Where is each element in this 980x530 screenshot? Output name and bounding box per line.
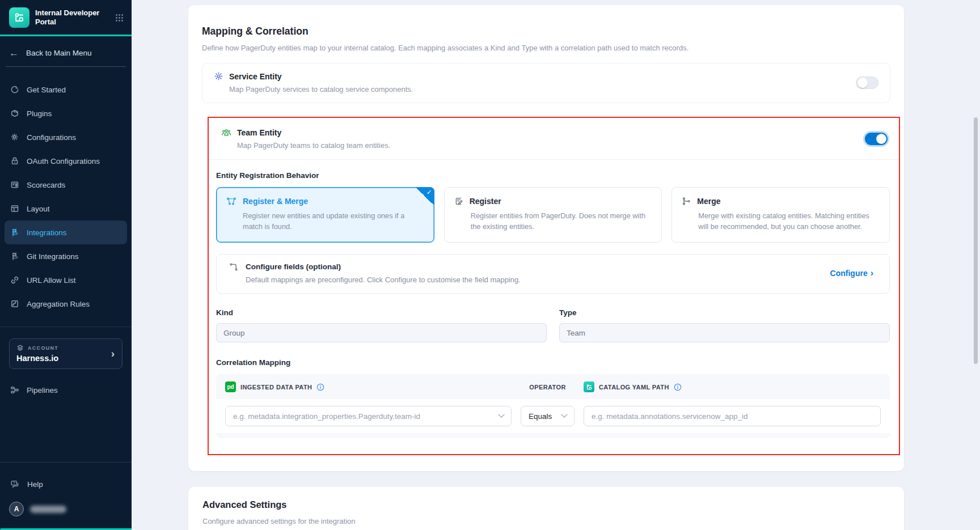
main-content: Mapping & Correlation Define how PagerDu… bbox=[132, 0, 980, 530]
configure-fields-icon bbox=[229, 262, 238, 272]
merge-icon bbox=[682, 197, 691, 206]
correlation-header-row: pd INGESTED DATA PATH OPERATOR bbox=[216, 374, 890, 399]
configure-fields-row: Configure fields (optional) Default mapp… bbox=[216, 254, 890, 294]
sidebar-item-aggregation-rules[interactable]: Aggregation Rules bbox=[5, 292, 127, 316]
page-title: Mapping & Correlation bbox=[202, 26, 890, 37]
option-description: Register entities from PagerDuty. Does n… bbox=[471, 210, 652, 232]
option-description: Merge with existing catalog entities. Ma… bbox=[698, 210, 880, 232]
sidebar-item-label: Git Integrations bbox=[27, 252, 79, 261]
chevron-down-icon bbox=[561, 412, 567, 418]
link-icon bbox=[10, 275, 19, 285]
sidebar-item-label: Plugins bbox=[27, 109, 52, 118]
registration-behavior-label: Entity Registration Behavior bbox=[216, 171, 890, 180]
option-register-and-merge[interactable]: ✓ Register & Merge bbox=[216, 187, 434, 243]
sidebar-item-label: Integrations bbox=[27, 228, 67, 237]
pagerduty-badge-icon: pd bbox=[225, 381, 236, 392]
catalog-badge-icon bbox=[584, 381, 594, 392]
sidebar-item-label: Aggregation Rules bbox=[27, 300, 90, 308]
team-entity-description: Map PagerDuty teams to catalog team enti… bbox=[237, 141, 865, 150]
divider bbox=[0, 462, 132, 463]
account-label: ACCOUNT bbox=[28, 345, 58, 351]
service-gear-icon bbox=[214, 71, 223, 81]
avatar[interactable]: A bbox=[9, 502, 24, 516]
scorecards-icon bbox=[10, 180, 19, 189]
integrations-icon bbox=[10, 228, 19, 237]
sidebar-item-label: Help bbox=[27, 480, 43, 489]
selected-check-icon: ✓ bbox=[416, 187, 434, 206]
kind-input[interactable]: Group bbox=[216, 323, 547, 342]
ingested-data-path-select[interactable]: e.g. metadata.integration_properties.Pag… bbox=[225, 406, 512, 426]
user-name-redacted bbox=[30, 506, 66, 513]
chevron-right-icon: › bbox=[871, 268, 873, 278]
sidebar-item-git-integrations[interactable]: Git Integrations bbox=[5, 244, 127, 268]
aggregation-rules-icon bbox=[10, 299, 19, 308]
option-merge[interactable]: Merge Merge with existing catalog entiti… bbox=[671, 187, 890, 243]
option-title: Register & Merge bbox=[243, 197, 308, 206]
svg-text:?: ? bbox=[13, 481, 15, 485]
divider bbox=[0, 327, 132, 327]
get-started-icon bbox=[10, 85, 19, 94]
kind-field-group: Kind Group bbox=[216, 308, 547, 342]
sidebar-header: Internal Developer Portal bbox=[0, 0, 132, 36]
back-arrow-icon: ← bbox=[9, 48, 19, 58]
divider bbox=[6, 66, 126, 67]
divider bbox=[209, 159, 899, 160]
chevron-right-icon: › bbox=[111, 347, 115, 360]
sidebar-item-layout[interactable]: Layout bbox=[5, 197, 127, 221]
info-icon[interactable] bbox=[316, 383, 324, 391]
configurations-icon bbox=[10, 133, 19, 142]
registration-options: ✓ Register & Merge bbox=[216, 187, 890, 243]
ingested-data-path-header: INGESTED DATA PATH bbox=[240, 384, 312, 391]
correlation-mapping-table: pd INGESTED DATA PATH OPERATOR bbox=[216, 374, 890, 438]
account-switcher[interactable]: ACCOUNT Harness.io › bbox=[9, 338, 122, 369]
sidebar-item-label: Layout bbox=[27, 205, 50, 213]
help-chat-icon: ? bbox=[10, 480, 20, 489]
option-description: Register new entities and update existin… bbox=[243, 210, 424, 232]
vertical-scrollbar[interactable] bbox=[974, 117, 978, 364]
sidebar-item-label: Pipelines bbox=[27, 386, 58, 395]
operator-select[interactable]: Equals bbox=[521, 406, 575, 426]
sidebar-item-label: Get Started bbox=[27, 86, 66, 94]
sidebar-item-label: URL Allow List bbox=[27, 276, 76, 285]
register-icon bbox=[454, 197, 463, 206]
team-entity-title: Team Entity bbox=[237, 128, 281, 137]
service-entity-description: Map PagerDuty services to catalog servic… bbox=[229, 85, 856, 94]
service-entity-toggle[interactable] bbox=[856, 77, 878, 89]
chevron-down-icon bbox=[498, 412, 504, 418]
option-register[interactable]: Register Register entities from PagerDut… bbox=[444, 187, 662, 243]
correlation-mapping-label: Correlation Mapping bbox=[216, 358, 890, 367]
sidebar-item-integrations[interactable]: Integrations bbox=[5, 221, 127, 244]
configure-fields-title: Configure fields (optional) bbox=[246, 262, 830, 271]
back-to-main-menu[interactable]: ← Back to Main Menu bbox=[0, 36, 132, 58]
sidebar-item-help[interactable]: ? Help bbox=[5, 472, 127, 496]
type-input[interactable]: Team bbox=[559, 323, 890, 342]
type-label: Type bbox=[559, 308, 890, 317]
sidebar-item-oauth-configurations[interactable]: OAuth Configurations bbox=[5, 149, 127, 173]
team-entity-annotated-region: Team Entity Map PagerDuty teams to catal… bbox=[208, 117, 900, 455]
layout-icon bbox=[10, 204, 19, 213]
sidebar-item-label: Scorecards bbox=[27, 181, 65, 189]
sidebar-item-configurations[interactable]: Configurations bbox=[5, 125, 127, 149]
team-entity-toggle[interactable] bbox=[865, 133, 888, 145]
apps-grid-icon[interactable] bbox=[115, 14, 124, 22]
catalog-yaml-path-header: CATALOG YAML PATH bbox=[599, 384, 669, 391]
advanced-settings-card: Advanced Settings Configure advanced set… bbox=[188, 487, 904, 530]
advanced-settings-subtitle: Configure advanced settings for the inte… bbox=[202, 517, 890, 525]
info-icon[interactable] bbox=[674, 383, 682, 391]
lock-icon bbox=[10, 156, 19, 166]
plugins-icon bbox=[10, 109, 19, 118]
catalog-yaml-path-input[interactable] bbox=[584, 406, 881, 426]
sidebar-item-plugins[interactable]: Plugins bbox=[5, 101, 127, 125]
back-label: Back to Main Menu bbox=[26, 49, 92, 57]
page-subtitle: Define how PagerDuty entities map to you… bbox=[202, 44, 890, 52]
configure-button[interactable]: Configure › bbox=[830, 269, 873, 278]
sidebar: Internal Developer Portal ← Back to Main… bbox=[0, 0, 132, 530]
app-title: Internal Developer Portal bbox=[35, 9, 109, 27]
team-users-icon bbox=[221, 128, 231, 137]
sidebar-item-url-allow-list[interactable]: URL Allow List bbox=[5, 268, 127, 292]
idp-logo bbox=[9, 7, 29, 28]
sidebar-item-pipelines[interactable]: Pipelines bbox=[5, 378, 127, 402]
sidebar-item-scorecards[interactable]: Scorecards bbox=[5, 173, 127, 197]
user-profile[interactable]: A bbox=[0, 496, 132, 530]
sidebar-item-get-started[interactable]: Get Started bbox=[5, 78, 127, 101]
